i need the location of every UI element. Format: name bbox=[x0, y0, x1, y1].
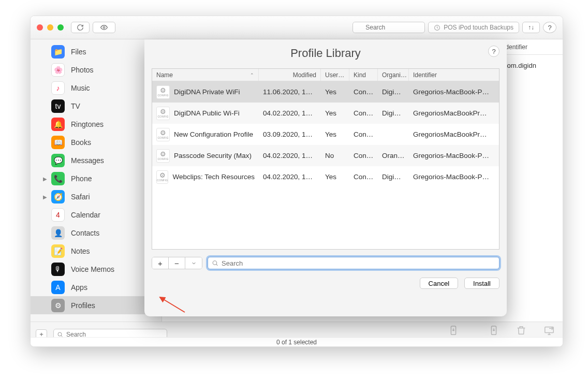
row-kind: Config… bbox=[349, 173, 378, 181]
app-icon: 📞 bbox=[51, 172, 65, 185]
action-icon bbox=[448, 325, 459, 336]
column-identifier[interactable]: Identifier bbox=[409, 69, 499, 81]
app-icon: 🎙 bbox=[51, 263, 65, 276]
minimize-window-icon[interactable] bbox=[47, 24, 53, 31]
config-icon: ⚙CONFIG bbox=[156, 107, 170, 120]
row-name: DigiDNA Private WiFi bbox=[174, 88, 240, 96]
column-modified[interactable]: Modified bbox=[259, 69, 321, 81]
sidebar-item-messages[interactable]: 💬Messages bbox=[31, 151, 161, 169]
recent-backups-label: POS iPod touch Backups bbox=[444, 24, 513, 31]
eye-icon bbox=[99, 24, 109, 31]
sheet-dropdown-button[interactable] bbox=[185, 257, 202, 269]
sidebar-item-safari[interactable]: ▶🧭Safari bbox=[31, 187, 161, 206]
app-icon: 📝 bbox=[51, 244, 65, 258]
row-modified: 11.06.2020, 17:49 bbox=[259, 88, 321, 96]
column-identifier-label[interactable]: Identifier bbox=[504, 43, 555, 51]
app-icon: 4 bbox=[51, 208, 65, 222]
window-controls bbox=[37, 24, 64, 31]
close-window-icon[interactable] bbox=[37, 24, 43, 31]
config-icon: ⚙CONFIG bbox=[156, 85, 170, 99]
sidebar-item-phone[interactable]: ▶📞Phone bbox=[31, 169, 161, 187]
sheet-help-button[interactable]: ? bbox=[488, 46, 499, 57]
app-icon: tv bbox=[51, 99, 65, 113]
sidebar-item-books[interactable]: 📖Books bbox=[31, 133, 161, 151]
row-identifier: Gregorios-MacBook-P… bbox=[409, 152, 499, 159]
sidebar-item-label: Books bbox=[71, 138, 91, 147]
table-row[interactable]: ⚙CONFIGNew Configuration Profile03.09.20… bbox=[152, 124, 499, 145]
reload-icon bbox=[77, 24, 84, 31]
search-icon bbox=[57, 331, 63, 338]
sidebar-item-label: Phone bbox=[71, 175, 92, 183]
cancel-button[interactable]: Cancel bbox=[420, 278, 458, 289]
sheet-search[interactable] bbox=[208, 257, 499, 269]
row-name: Passcode Security (Max) bbox=[174, 152, 252, 159]
sidebar-item-files[interactable]: 📁Files bbox=[31, 42, 161, 61]
sort-button[interactable]: ↑↓ bbox=[522, 22, 540, 33]
app-icon: ⚙︎ bbox=[51, 299, 65, 312]
row-identifier: com.digidn bbox=[504, 62, 555, 69]
row-user: Yes bbox=[321, 173, 349, 181]
sidebar-item-label: Files bbox=[71, 48, 86, 56]
action-icon bbox=[488, 325, 499, 336]
history-icon bbox=[434, 24, 440, 31]
install-button[interactable]: Install bbox=[464, 278, 499, 289]
config-icon: ⚙CONFIG bbox=[156, 149, 170, 163]
column-user[interactable]: User… bbox=[321, 69, 349, 81]
app-icon: 🔔 bbox=[51, 118, 65, 131]
sidebar-item-notes[interactable]: 📝Notes bbox=[31, 242, 161, 260]
sheet-add-button[interactable]: + bbox=[152, 257, 169, 269]
table-row[interactable]: ⚙CONFIGDigiDNA Private WiFi11.06.2020, 1… bbox=[152, 81, 499, 103]
sidebar: 📁Files🌸Photos♪MusictvTV🔔Ringtones📖Books💬… bbox=[31, 39, 162, 322]
sidebar-item-photos[interactable]: 🌸Photos bbox=[31, 61, 161, 79]
add-remove-segment: + − bbox=[152, 257, 202, 269]
row-user: Yes bbox=[321, 130, 349, 138]
chevron-down-icon bbox=[191, 260, 197, 266]
config-icon: ⚙CONFIG bbox=[156, 170, 168, 184]
table-row[interactable]: ⚙CONFIGWebclips: Tech Resources04.02.202… bbox=[152, 166, 499, 187]
preview-button[interactable] bbox=[93, 22, 115, 33]
profile-library-sheet: Profile Library ? Name⌃ Modified User… K… bbox=[144, 39, 507, 316]
sidebar-item-label: Ringtones bbox=[71, 120, 104, 128]
help-button[interactable]: ? bbox=[543, 22, 556, 33]
app-icon: 🌸 bbox=[51, 63, 65, 77]
sidebar-item-profiles[interactable]: ⚙︎Profiles bbox=[31, 296, 161, 314]
sheet-remove-button[interactable]: − bbox=[169, 257, 185, 269]
sheet-search-input[interactable] bbox=[208, 257, 499, 269]
sidebar-item-ringtones[interactable]: 🔔Ringtones bbox=[31, 115, 161, 133]
toolbar-search-input[interactable] bbox=[352, 22, 425, 33]
reload-button[interactable] bbox=[71, 22, 90, 33]
row-kind: Config… bbox=[349, 88, 378, 96]
sidebar-item-contacts[interactable]: 👤Contacts bbox=[31, 224, 161, 242]
app-icon: 📁 bbox=[51, 45, 65, 59]
action-icon bbox=[543, 325, 555, 336]
sidebar-item-tv[interactable]: tvTV bbox=[31, 97, 161, 115]
app-icon: A bbox=[51, 281, 65, 294]
svg-point-0 bbox=[103, 26, 105, 28]
annotation-arrow-icon bbox=[154, 294, 190, 315]
sheet-title: Profile Library bbox=[144, 47, 507, 60]
row-org: DigiD… bbox=[378, 173, 409, 181]
status-text: 0 of 1 selected bbox=[31, 337, 563, 346]
sidebar-item-music[interactable]: ♪Music bbox=[31, 79, 161, 97]
titlebar: POS iPod touch Backups ↑↓ ? bbox=[31, 16, 563, 39]
sidebar-item-label: Notes bbox=[71, 247, 90, 255]
sidebar-item-voice-memos[interactable]: 🎙Voice Memos bbox=[31, 260, 161, 278]
row-identifier: GregoriosMacBookPr… bbox=[409, 130, 499, 138]
sidebar-item-calendar[interactable]: 4Calendar bbox=[31, 206, 161, 224]
recent-backups-button[interactable]: POS iPod touch Backups bbox=[428, 22, 519, 33]
sidebar-item-apps[interactable]: AApps bbox=[31, 278, 161, 296]
disclosure-icon[interactable]: ▶ bbox=[43, 176, 47, 181]
table-header: Name⌃ Modified User… Kind Organi… Identi… bbox=[152, 69, 499, 81]
main-window: POS iPod touch Backups ↑↓ ? 📁Files🌸Photo… bbox=[30, 16, 563, 347]
column-name[interactable]: Name⌃ bbox=[152, 69, 259, 81]
table-row[interactable]: ⚙CONFIGPasscode Security (Max)04.02.2020… bbox=[152, 145, 499, 166]
config-icon: ⚙CONFIG bbox=[156, 128, 170, 141]
zoom-window-icon[interactable] bbox=[57, 24, 64, 31]
disclosure-icon[interactable]: ▶ bbox=[43, 194, 47, 199]
column-organization[interactable]: Organi… bbox=[378, 69, 409, 81]
table-row[interactable]: ⚙CONFIGDigiDNA Public Wi-Fi04.02.2020, 1… bbox=[152, 103, 499, 124]
row-identifier: Gregorios-MacBook-P… bbox=[409, 88, 499, 96]
sidebar-item-label: Calendar bbox=[71, 211, 100, 219]
toolbar-search[interactable] bbox=[352, 22, 425, 33]
column-kind[interactable]: Kind bbox=[349, 69, 378, 81]
